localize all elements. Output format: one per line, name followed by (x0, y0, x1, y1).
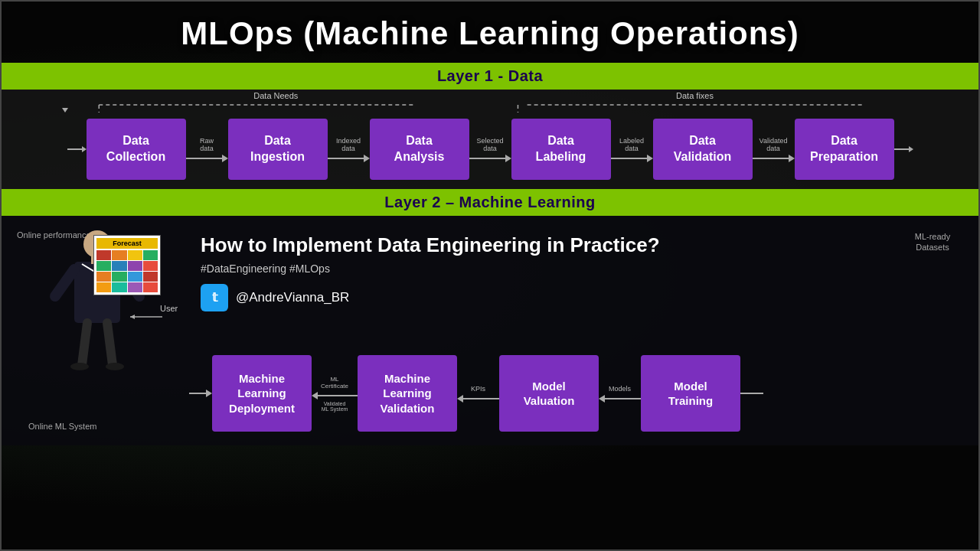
user-label: User (160, 304, 178, 313)
forecast-grid (96, 250, 158, 292)
data-validation-box: Data Validation (653, 119, 753, 180)
connector-3: Selecteddata (469, 137, 511, 162)
data-collection-box: Data Collection (87, 119, 186, 180)
main-container: MLOps (Machine Learning Operations) Laye… (0, 0, 980, 551)
models-connector: Models (599, 385, 641, 403)
models-label: Models (609, 385, 631, 393)
data-ingestion-box: Data Ingestion (228, 119, 328, 180)
center-area: How to Implement Data Engineering in Pra… (189, 223, 898, 438)
ml-cert-connector: MLCertificate ValidatedML System (312, 376, 358, 412)
person-area: Online performance Online ML System (13, 223, 189, 438)
twitter-handle: @AndreVianna_BR (236, 290, 349, 305)
conn-label-1: Rawdata (200, 137, 214, 152)
layer2-banner: Layer 2 – Machine Learning (2, 189, 978, 216)
ml-exit-arrow (740, 393, 763, 394)
kpis-connector: KPIs (457, 385, 499, 403)
svg-text:Data Needs: Data Needs (253, 91, 299, 100)
conn-label-3: Selecteddata (476, 137, 503, 152)
arrow-right-5 (753, 155, 795, 162)
online-ml-label: Online ML System (28, 421, 96, 432)
arrow-left-3 (599, 395, 641, 403)
conn-label-5: Validateddata (760, 137, 788, 152)
twitter-row: 𝕥 @AndreVianna_BR (201, 284, 887, 311)
svg-point-15 (70, 363, 89, 370)
connector-2: Indexeddata (328, 137, 370, 162)
connector-1: Rawdata (186, 137, 228, 162)
hashtags: #DataEngineering #MLOps (201, 262, 887, 275)
validated-ml-label: ValidatedML System (322, 401, 348, 412)
layer2-section: Online performance Online ML System (2, 216, 978, 445)
layer1-section: Data Needs Data fixes (2, 90, 978, 189)
arrow-right-1 (186, 155, 228, 162)
arrow-right-3 (469, 155, 511, 162)
ml-flow: Machine Learning Deployment MLCertificat… (189, 351, 898, 438)
ml-validation-box: Machine Learning Validation (358, 355, 457, 432)
twitter-icon: 𝕥 (201, 284, 228, 311)
conn-label-2: Indexeddata (336, 137, 361, 152)
entry-arrow (67, 146, 87, 152)
ml-deployment-box: Machine Learning Deployment (212, 355, 312, 432)
arrow-right-2 (328, 155, 370, 162)
arrow-left-1 (312, 392, 358, 399)
connector-5: Validateddata (753, 137, 795, 162)
ml-cert-label: MLCertificate (321, 376, 348, 390)
arrow-right-4 (611, 155, 653, 162)
kpis-label: KPIs (471, 385, 485, 393)
connector-4: Labeleddata (611, 137, 653, 162)
arrow-left-2 (457, 395, 499, 403)
main-question: How to Implement Data Engineering in Pra… (201, 233, 887, 258)
conn-label-4: Labeleddata (619, 137, 644, 152)
svg-point-16 (106, 363, 124, 370)
svg-line-13 (82, 323, 87, 365)
data-labeling-box: Data Labeling (511, 119, 611, 180)
data-analysis-box: Data Analysis (370, 119, 469, 180)
svg-text:Data fixes: Data fixes (676, 91, 714, 100)
ml-ready-label: ML-ready Datasets (898, 231, 967, 253)
model-training-box: Model Training (641, 355, 740, 432)
model-valuation-box: Model Valuation (499, 355, 599, 432)
svg-line-11 (55, 269, 74, 296)
layer1-banner: Layer 1 - Data (2, 63, 978, 90)
right-side: ML-ready Datasets (898, 223, 967, 438)
question-area: How to Implement Data Engineering in Pra… (189, 223, 898, 318)
data-preparation-box: Data Preparation (795, 119, 894, 180)
dashed-arrows-svg: Data Needs Data fixes (24, 90, 956, 112)
exit-arrow (894, 146, 913, 152)
forecast-title: Forecast (96, 238, 158, 249)
ml-entry-arrow (189, 390, 212, 397)
svg-marker-19 (130, 315, 135, 319)
forecast-card: Forecast (93, 235, 161, 295)
page-title: MLOps (Machine Learning Operations) (2, 2, 978, 63)
svg-line-14 (107, 323, 113, 365)
data-flow: Data Collection Rawdata Data Ingestion I… (2, 112, 978, 189)
